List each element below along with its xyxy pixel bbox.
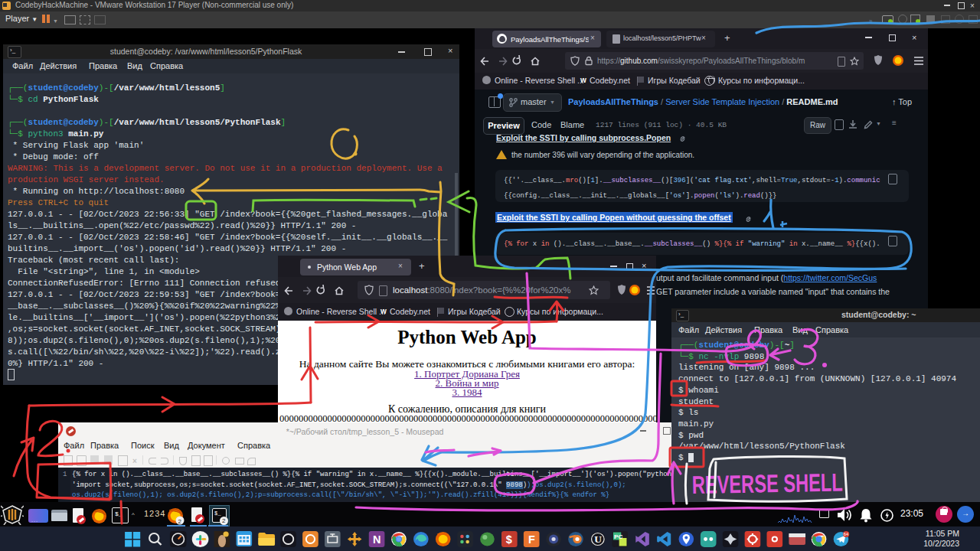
svg-text:U: U: [594, 534, 602, 546]
svg-text:N: N: [373, 533, 381, 546]
svg-text:64: 64: [844, 532, 848, 536]
svg-text:$: $: [506, 533, 512, 546]
svg-text:2: 2: [178, 518, 182, 525]
svg-text:PC: PC: [614, 533, 623, 540]
svg-text:F: F: [528, 533, 535, 546]
